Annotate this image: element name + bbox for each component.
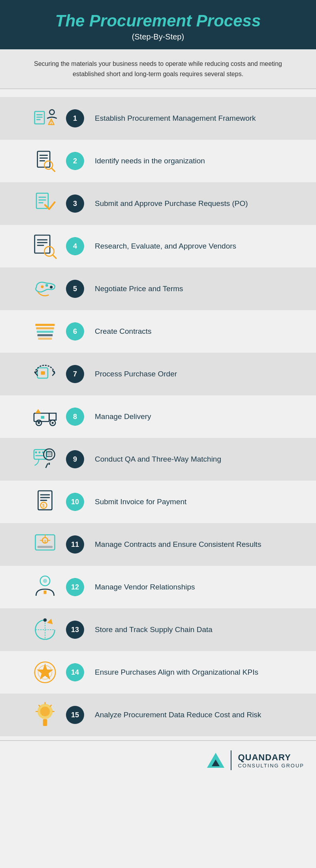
step-text-10: Submit Invoice for Payment [87, 489, 316, 515]
step-icon-side-2 [0, 140, 63, 182]
svg-rect-54 [40, 497, 50, 498]
svg-line-51 [46, 464, 48, 468]
step-icon-12 [31, 573, 59, 601]
step-circle-1: 1 [66, 109, 84, 127]
svg-point-69 [40, 707, 50, 716]
logo-triangle [207, 753, 224, 768]
step-circle-7: 7 [66, 365, 84, 383]
step-circle-13: 13 [66, 621, 84, 639]
step-number-col-5: 5 [63, 280, 87, 298]
step-text-3: Submit and Approve Purchase Requests (PO… [87, 191, 316, 217]
step-number-col-7: 7 [63, 365, 87, 383]
step-row-5: 5 Negotiate Price and Terms [0, 268, 316, 310]
svg-point-62 [43, 579, 47, 583]
steps-container: 1 Establish Procurement Management Frame… [0, 89, 316, 740]
step-number-col-3: 3 [63, 195, 87, 213]
step-icon-9 [31, 445, 59, 473]
step-label-6: Create Contracts [95, 326, 304, 337]
step-circle-2: 2 [66, 152, 84, 170]
svg-point-26 [50, 286, 53, 289]
step-label-3: Submit and Approve Purchase Requests (PO… [95, 198, 304, 209]
step-circle-15: 15 [66, 706, 84, 724]
svg-rect-29 [37, 331, 53, 333]
step-label-10: Submit Invoice for Payment [95, 497, 304, 507]
svg-rect-19 [37, 239, 47, 241]
step-text-2: Identify needs in the organization [87, 148, 316, 174]
svg-point-43 [35, 451, 37, 453]
svg-point-44 [38, 451, 40, 453]
step-circle-5: 5 [66, 280, 84, 298]
step-icon-5 [31, 275, 59, 303]
step-row-6: 6 Create Contracts [0, 310, 316, 353]
step-text-6: Create Contracts [87, 318, 316, 345]
svg-line-72 [50, 705, 51, 707]
step-label-7: Process Purchase Order [95, 369, 304, 380]
svg-rect-75 [43, 719, 47, 726]
step-number-col-13: 13 [63, 621, 87, 639]
step-icon-6 [31, 317, 59, 346]
step-row-11: 11 Manage Contracts and Ensure Consisten… [0, 523, 316, 566]
step-label-9: Conduct QA and Three-Way Matching [95, 454, 304, 465]
step-icon-side-3 [0, 182, 63, 225]
step-row-15: 15 Analyze Procurement Data Reduce Cost … [0, 694, 316, 736]
svg-point-7 [49, 110, 54, 115]
step-circle-3: 3 [66, 195, 84, 213]
step-label-1: Establish Procurement Management Framewo… [95, 113, 304, 124]
svg-marker-40 [36, 409, 41, 413]
svg-rect-33 [41, 371, 45, 375]
step-icon-side-4 [0, 225, 63, 268]
step-text-11: Manage Contracts and Ensure Consistent R… [87, 531, 316, 558]
svg-rect-28 [36, 327, 54, 329]
step-label-2: Identify needs in the organization [95, 156, 304, 166]
step-icon-11 [31, 530, 59, 559]
step-text-12: Manage Vendor Relationships [87, 574, 316, 600]
step-text-13: Store and Track Supply Chain Data [87, 617, 316, 643]
step-number-col-15: 15 [63, 706, 87, 724]
svg-line-13 [52, 168, 55, 172]
svg-rect-3 [36, 119, 41, 120]
svg-rect-60 [38, 546, 53, 548]
svg-rect-30 [38, 334, 53, 336]
step-icon-side-14 [0, 651, 63, 694]
step-icon-side-15 [0, 694, 63, 736]
svg-rect-20 [37, 242, 47, 243]
step-icon-8 [31, 402, 59, 431]
svg-rect-18 [35, 235, 50, 253]
step-number-col-12: 12 [63, 578, 87, 596]
step-number-col-8: 8 [63, 408, 87, 426]
svg-rect-16 [38, 200, 46, 201]
header: The Procurement Process (Step-By-Step) [0, 0, 316, 49]
svg-point-64 [43, 619, 47, 622]
svg-rect-27 [36, 324, 55, 326]
svg-line-23 [53, 255, 56, 258]
step-circle-6: 6 [66, 322, 84, 340]
step-icon-3 [31, 189, 59, 218]
intro-text: Securing the materials your business nee… [0, 49, 316, 89]
svg-rect-9 [40, 155, 48, 156]
footer-divider [231, 750, 231, 770]
svg-point-48 [47, 451, 52, 456]
step-text-5: Negotiate Price and Terms [87, 276, 316, 302]
footer-text-block: QUANDARY CONSULTING GROUP [238, 752, 304, 769]
step-row-12: 12 Manage Vendor Relationships [0, 566, 316, 608]
step-circle-8: 8 [66, 408, 84, 426]
step-number-col-10: 10 [63, 493, 87, 511]
step-icon-13 [31, 615, 59, 644]
step-icon-side-1 [0, 97, 63, 140]
svg-rect-1 [36, 114, 43, 116]
step-text-8: Manage Delivery [87, 404, 316, 430]
svg-rect-31 [38, 338, 52, 340]
step-label-5: Negotiate Price and Terms [95, 284, 304, 294]
step-label-8: Manage Delivery [95, 412, 304, 422]
svg-rect-53 [40, 494, 50, 496]
step-icon-side-12 [0, 566, 63, 608]
svg-rect-17 [38, 202, 43, 204]
step-number-col-1: 1 [63, 109, 87, 127]
company-name: QUANDARY [238, 752, 304, 763]
svg-rect-49 [49, 463, 50, 465]
step-icon-side-9 [0, 438, 63, 481]
step-text-15: Analyze Procurement Data Reduce Cost and… [87, 702, 316, 728]
step-label-12: Manage Vendor Relationships [95, 582, 304, 593]
step-icon-15 [31, 701, 59, 729]
svg-point-24 [41, 286, 44, 288]
